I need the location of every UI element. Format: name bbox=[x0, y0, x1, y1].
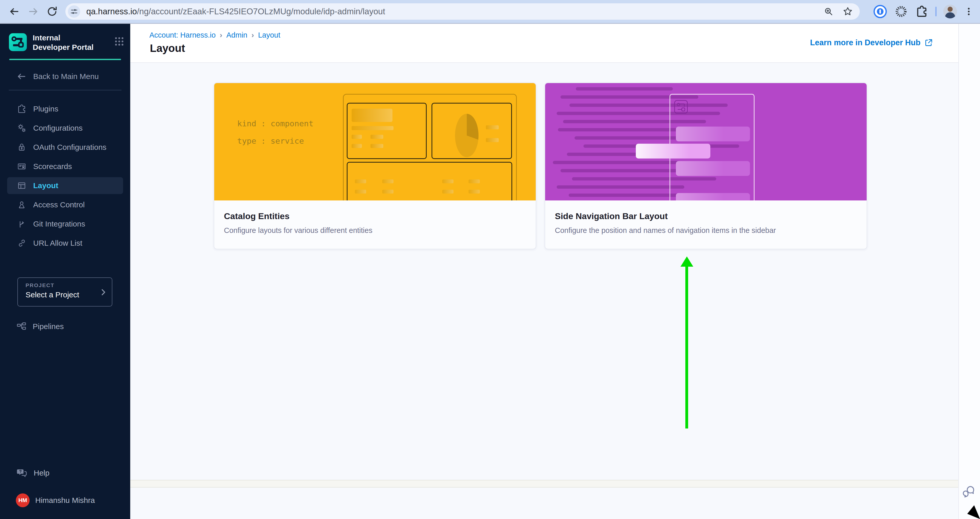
gears-icon bbox=[17, 123, 27, 133]
back-arrow-icon bbox=[8, 6, 20, 18]
extensions-puzzle-button[interactable] bbox=[915, 5, 928, 18]
catalog-entities-card[interactable]: kind : component type : service bbox=[214, 83, 536, 249]
sidebar-item-url-allow-list[interactable]: URL Allow List bbox=[7, 235, 123, 252]
help-chat-icon bbox=[16, 467, 27, 479]
nine-dot-grid-icon bbox=[115, 37, 124, 46]
mouse-cursor bbox=[967, 505, 980, 519]
mock-panel-table bbox=[347, 162, 512, 200]
card-title: Catalog Entities bbox=[224, 211, 525, 221]
layout-icon bbox=[17, 181, 27, 190]
side-navigation-illustration bbox=[545, 83, 867, 200]
mock-pie-chart bbox=[455, 114, 479, 157]
chat-support-button[interactable] bbox=[962, 484, 976, 498]
scorecard-icon bbox=[17, 161, 27, 171]
mock-log-row bbox=[576, 87, 673, 91]
chevron-right-icon bbox=[99, 287, 108, 297]
url-domain: qa.harness.io bbox=[86, 6, 137, 16]
browser-back-button[interactable] bbox=[8, 5, 21, 18]
mock-table-cell-bar bbox=[355, 179, 366, 183]
onepassword-extension-button[interactable] bbox=[873, 5, 887, 18]
mock-table-cell-bar bbox=[469, 190, 480, 193]
git-branch-icon bbox=[17, 219, 27, 229]
sidebar-item-label: Pipelines bbox=[33, 322, 64, 331]
mock-table-cell-bar bbox=[442, 190, 453, 193]
main-area: Account: Harness.io › Admin › Layout Lay… bbox=[130, 24, 980, 519]
sidebar-spacer bbox=[0, 332, 130, 467]
forward-arrow-icon bbox=[27, 6, 39, 18]
learn-more-link[interactable]: Learn more in Developer Hub bbox=[810, 38, 933, 47]
sidebar-item-layout[interactable]: Layout bbox=[7, 177, 123, 194]
link-icon bbox=[17, 238, 27, 248]
avatar-head-shape bbox=[948, 6, 953, 12]
back-to-main-menu-label: Back to Main Menu bbox=[33, 72, 99, 81]
sidebar-item-label: Git Integrations bbox=[33, 220, 85, 228]
url-bar[interactable]: qa.harness.io/ng/account/zEaak-FLS425IEO… bbox=[65, 3, 860, 20]
mock-nav-item-highlighted bbox=[636, 144, 710, 158]
mock-panel-text bbox=[347, 103, 427, 159]
breadcrumb: Account: Harness.io › Admin › Layout bbox=[150, 31, 280, 39]
sidebar-nav: Plugins Configurations OAuth Configurati… bbox=[0, 98, 130, 254]
mock-code-line: type : service bbox=[237, 136, 304, 145]
mock-code-line: kind : component bbox=[237, 119, 313, 128]
browser-extensions-area bbox=[866, 4, 974, 19]
zoom-page-button[interactable] bbox=[824, 6, 834, 17]
external-link-icon bbox=[924, 38, 933, 47]
puzzle-icon bbox=[915, 5, 928, 18]
mock-nav-item bbox=[676, 161, 750, 176]
browser-profile-avatar[interactable] bbox=[943, 5, 957, 18]
sidebar-item-label: URL Allow List bbox=[33, 239, 82, 248]
pipelines-icon bbox=[16, 321, 27, 332]
learn-more-label: Learn more in Developer Hub bbox=[810, 38, 921, 47]
sidebar-item-oauth-configurations[interactable]: OAuth Configurations bbox=[7, 139, 123, 156]
module-switcher-button[interactable] bbox=[115, 37, 124, 46]
chat-bubbles-icon bbox=[962, 484, 976, 498]
page-title: Layout bbox=[150, 42, 185, 54]
sidebar-item-plugins[interactable]: Plugins bbox=[7, 101, 123, 117]
sidebar-item-access-control[interactable]: Access Control bbox=[7, 196, 123, 213]
breadcrumb-layout-link[interactable]: Layout bbox=[258, 31, 280, 39]
back-arrow-icon bbox=[16, 71, 27, 81]
card-description: Configure layouts for various different … bbox=[224, 226, 525, 235]
mock-nav-item bbox=[676, 193, 750, 200]
mock-log-row bbox=[553, 161, 681, 164]
browser-reload-button[interactable] bbox=[45, 5, 59, 18]
help-label: Help bbox=[34, 469, 49, 477]
user-profile[interactable]: HM Himanshu Mishra bbox=[16, 493, 130, 507]
side-navigation-layout-card[interactable]: Side Navigation Bar Layout Configure the… bbox=[545, 83, 867, 249]
project-selector[interactable]: PROJECT Select a Project bbox=[18, 277, 112, 307]
mock-table-cell-bar bbox=[355, 190, 366, 193]
back-to-main-menu[interactable]: Back to Main Menu bbox=[16, 71, 130, 81]
browser-menu-button[interactable] bbox=[964, 6, 974, 17]
sidebar-item-scorecards[interactable]: Scorecards bbox=[7, 158, 123, 175]
magnifier-plus-icon bbox=[824, 6, 834, 17]
spinner-extension-button[interactable] bbox=[894, 4, 908, 19]
sidebar-section-divider bbox=[9, 90, 121, 91]
breadcrumb-chevron-icon: › bbox=[251, 31, 254, 39]
person-icon bbox=[17, 200, 27, 210]
puzzle-icon bbox=[17, 104, 27, 114]
help-button[interactable]: Help bbox=[16, 467, 130, 479]
bookmark-star-button[interactable] bbox=[842, 6, 853, 17]
mock-log-row bbox=[557, 185, 684, 189]
page-header: Account: Harness.io › Admin › Layout Lay… bbox=[130, 24, 958, 63]
burst-spinner-icon bbox=[894, 4, 908, 19]
idp-logo-icon bbox=[9, 33, 27, 51]
mock-log-row bbox=[569, 193, 678, 197]
sidebar-item-git-integrations[interactable]: Git Integrations bbox=[7, 216, 123, 232]
breadcrumb-account-link[interactable]: Account: Harness.io bbox=[150, 31, 216, 39]
reload-icon bbox=[46, 6, 58, 18]
sidebar-item-label: Layout bbox=[33, 181, 58, 190]
sidebar-item-configurations[interactable]: Configurations bbox=[7, 120, 123, 137]
product-title: Internal Developer Portal bbox=[33, 33, 97, 52]
site-settings-button[interactable] bbox=[68, 5, 80, 18]
sidebar-item-pipelines[interactable]: Pipelines bbox=[16, 321, 130, 332]
sidebar: Internal Developer Portal Back to Main M… bbox=[0, 24, 130, 519]
tune-icon bbox=[70, 7, 78, 16]
card-body: Side Navigation Bar Layout Configure the… bbox=[545, 200, 867, 249]
breadcrumb-admin-link[interactable]: Admin bbox=[226, 31, 247, 39]
browser-forward-button[interactable] bbox=[27, 5, 40, 18]
card-description: Configure the position and names of navi… bbox=[555, 226, 856, 235]
mock-logo-icon bbox=[674, 100, 689, 114]
footer-band bbox=[130, 480, 958, 487]
sidebar-item-label: OAuth Configurations bbox=[33, 143, 107, 152]
